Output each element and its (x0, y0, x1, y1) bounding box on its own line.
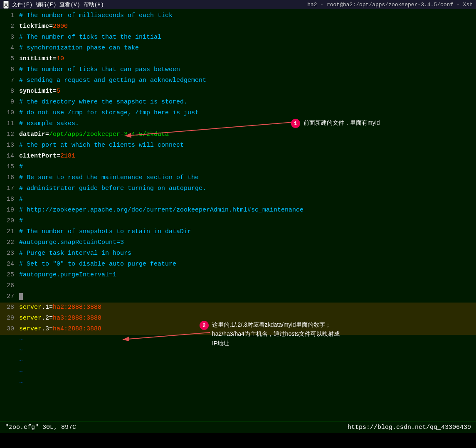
line-content-20: # (19, 216, 474, 226)
line-15: 15# (0, 162, 476, 173)
line-num-21: 21 (2, 227, 14, 236)
title-bar: X 文件(F) 编辑(E) 查看(V) 帮助(H) ha2 - root@ha2… (0, 0, 476, 9)
tilde-char: ~ (19, 367, 474, 377)
line-content-25: #autopurge.purgeInterval=1 (19, 270, 474, 280)
tilde-line: ~ (0, 367, 476, 378)
line-content-11: # example sakes. (19, 119, 474, 128)
line-num-14: 14 (2, 151, 14, 161)
status-bar: "zoo.cfg" 30L, 897C https://blog.csdn.ne… (0, 421, 476, 433)
line-content-15: # (19, 162, 474, 172)
line-8: 8syncLimit=5 (0, 86, 476, 97)
line-7: 7# sending a request and getting an ackn… (0, 76, 476, 86)
line-num-15: 15 (2, 162, 14, 172)
line-content-7: # sending a request and getting an ackno… (19, 76, 474, 85)
close-button[interactable]: X (3, 1, 9, 9)
line-num-25: 25 (2, 270, 14, 280)
line-content-9: # the directory where the snapshot is st… (19, 97, 474, 107)
annotation2-badge: 2 (200, 321, 209, 330)
line-num-28: 28 (2, 303, 14, 312)
line-num-13: 13 (2, 140, 14, 150)
line-content-14: clientPort=2181 (19, 151, 474, 161)
line-4: 4# synchronization phase can take (0, 43, 476, 54)
line-14: 14clientPort=2181 (0, 151, 476, 162)
line-content-23: # Purge task interval in hours (19, 249, 474, 258)
line-num-6: 6 (2, 65, 14, 74)
line-22: 22#autopurge.snapRetainCount=3 (0, 238, 476, 249)
line-num-4: 4 (2, 43, 14, 53)
line-21: 21# The number of snapshots to retain in… (0, 227, 476, 238)
line-num-7: 7 (2, 76, 14, 85)
line-24: 24# Set to "0" to disable auto purge fea… (0, 259, 476, 270)
line-content-10: # do not use /tmp for storage, /tmp here… (19, 108, 474, 118)
line-num-29: 29 (2, 313, 14, 323)
tilde-char: ~ (19, 357, 474, 366)
editor-area: 1# The number of milliseconds of each ti… (0, 9, 476, 433)
annotation2: 2 这里的.1/.2/.3对应着zkdata/myid里面的数字； ha2/ha… (200, 320, 340, 348)
line-1: 1# The number of milliseconds of each ti… (0, 11, 476, 22)
line-content-18: # (19, 194, 474, 204)
line-25: 25#autopurge.purgeInterval=1 (0, 270, 476, 281)
line-13: 13# the port at which the clients will c… (0, 140, 476, 151)
line-content-1: # The number of milliseconds of each tic… (19, 11, 474, 20)
line-content-17: # administrator guide before turning on … (19, 184, 474, 193)
line-num-22: 22 (2, 238, 14, 247)
line-num-5: 5 (2, 54, 14, 64)
line-content-16: # Be sure to read the maintenance sectio… (19, 173, 474, 182)
tilde-line: ~ (0, 378, 476, 389)
line-content-28: server.1=ha2:2888:3888 (19, 303, 474, 312)
line-num-10: 10 (2, 108, 14, 118)
line-num-24: 24 (2, 259, 14, 269)
line-num-11: 11 (2, 119, 14, 128)
line-content-6: # The number of ticks that can pass betw… (19, 65, 474, 74)
line-num-27: 27 (2, 292, 14, 301)
line-num-20: 20 (2, 216, 14, 226)
line-27: 27 (0, 292, 476, 303)
title-bar-menu: 文件(F) 编辑(E) 查看(V) 帮助(H) (12, 1, 104, 8)
annotation1-badge: 1 (291, 119, 300, 128)
line-content-3: # The number of ticks that the initial (19, 32, 474, 42)
line-num-26: 26 (2, 281, 14, 290)
line-28: 28server.1=ha2:2888:3888 (0, 303, 476, 313)
title-bar-right: ha2 - root@ha2:/opt/apps/zookeeper-3.4.5… (307, 2, 473, 8)
line-6: 6# The number of ticks that can pass bet… (0, 65, 476, 76)
line-20: 20# (0, 216, 476, 227)
line-5: 5initLimit=10 (0, 54, 476, 65)
line-content-19: # http://zookeeper.apache.org/doc/curren… (19, 205, 474, 215)
line-num-16: 16 (2, 173, 14, 182)
annotation1-text: 前面新建的文件，里面有myid (303, 118, 380, 127)
line-content-22: #autopurge.snapRetainCount=3 (19, 238, 474, 247)
line-23: 23# Purge task interval in hours (0, 249, 476, 259)
tilde-line: ~ (0, 357, 476, 367)
line-content-24: # Set to "0" to disable auto purge featu… (19, 259, 474, 269)
line-num-8: 8 (2, 86, 14, 96)
line-num-2: 2 (2, 22, 14, 31)
line-content-8: syncLimit=5 (19, 86, 474, 96)
line-content-27 (19, 292, 474, 301)
title-bar-left: X 文件(F) 编辑(E) 查看(V) 帮助(H) (3, 1, 104, 9)
tilde-char: ~ (19, 378, 474, 388)
annotation1: 1 前面新建的文件，里面有myid (291, 118, 380, 128)
status-right: https://blog.csdn.net/qq_43306439 (348, 424, 471, 431)
line-26: 26 (0, 281, 476, 292)
line-2: 2tickTime=2000 (0, 22, 476, 32)
line-18: 18# (0, 194, 476, 205)
line-12: 12dataDir=/opt/apps/zookeeper-3.4.5/zkda… (0, 130, 476, 140)
line-content-21: # The number of snapshots to retain in d… (19, 227, 474, 236)
line-9: 9# the directory where the snapshot is s… (0, 97, 476, 108)
status-left: "zoo.cfg" 30L, 897C (5, 424, 76, 431)
line-3: 3# The number of ticks that the initial (0, 32, 476, 43)
line-17: 17# administrator guide before turning o… (0, 184, 476, 194)
line-num-17: 17 (2, 184, 14, 193)
line-num-18: 18 (2, 194, 14, 204)
line-content-13: # the port at which the clients will con… (19, 140, 474, 150)
line-num-12: 12 (2, 130, 14, 139)
line-num-3: 3 (2, 32, 14, 42)
line-19: 19# http://zookeeper.apache.org/doc/curr… (0, 205, 476, 216)
line-11: 11# example sakes. (0, 119, 476, 130)
line-num-1: 1 (2, 11, 14, 20)
line-num-30: 30 (2, 324, 14, 334)
line-num-23: 23 (2, 249, 14, 258)
line-content-2: tickTime=2000 (19, 22, 474, 31)
line-10: 10# do not use /tmp for storage, /tmp he… (0, 108, 476, 119)
line-num-9: 9 (2, 97, 14, 107)
